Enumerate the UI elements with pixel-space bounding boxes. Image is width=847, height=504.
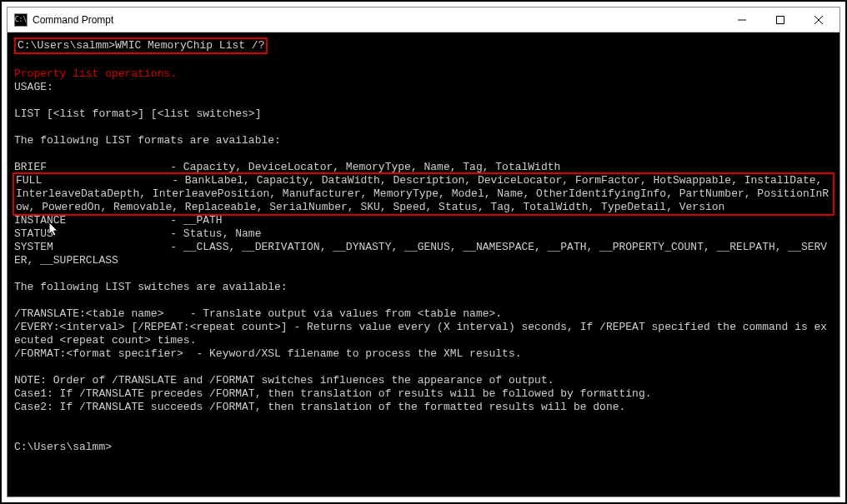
- full-format-highlight-box: FULL - BankLabel, Capacity, DataWidth, D…: [13, 172, 834, 216]
- command-text: WMIC MemoryChip List /?: [115, 39, 264, 52]
- window-controls: [723, 7, 838, 32]
- system-format: SYSTEM - __CLASS, __DERIVATION, __DYNAST…: [14, 241, 827, 267]
- prompt-path: C:\Users\salmm>: [18, 39, 115, 52]
- format-switch: /FORMAT:<format specifier> - Keyword/XSL…: [14, 347, 522, 360]
- instance-format: INSTANCE - __PATH: [14, 214, 223, 227]
- switches-header: The following LIST switches are availabl…: [14, 281, 288, 293]
- command-highlight-box: C:\Users\salmm>WMIC MemoryChip List /?: [14, 37, 268, 54]
- translate-switch: /TRANSLATE:<table name> - Translate outp…: [14, 307, 502, 320]
- svg-rect-1: [777, 16, 784, 23]
- formats-header: The following LIST formats are available…: [14, 134, 281, 147]
- maximize-button[interactable]: [761, 7, 799, 32]
- case1-text: Case1: If /TRANSLATE precedes /FORMAT, t…: [14, 387, 652, 400]
- brief-format: BRIEF - Capacity, DeviceLocator, MemoryT…: [14, 161, 560, 173]
- list-syntax: LIST [<list format>] [<list switches>]: [14, 107, 261, 120]
- status-format: STATUS - Status, Name: [14, 227, 261, 240]
- property-list-header: Property list operations.: [14, 67, 177, 80]
- cmd-icon: C:\: [14, 13, 28, 27]
- every-switch: /EVERY:<interval> [/REPEAT:<repeat count…: [14, 321, 827, 347]
- close-button[interactable]: [799, 7, 838, 32]
- titlebar[interactable]: C:\ Command Prompt: [8, 7, 839, 32]
- console-output[interactable]: C:\Users\salmm>WMIC MemoryChip List /? P…: [8, 32, 839, 497]
- prompt-ready: C:\Users\salmm>: [14, 441, 112, 453]
- full-format: FULL - BankLabel, Capacity, DataWidth, D…: [16, 174, 829, 213]
- case2-text: Case2: If /TRANSLATE succeeds /FORMAT, t…: [14, 401, 625, 413]
- window-title: Command Prompt: [33, 14, 723, 26]
- usage-label: USAGE:: [14, 81, 53, 93]
- command-prompt-window: C:\ Command Prompt C:\Users\salmm>WMIC M…: [7, 7, 840, 497]
- note-text: NOTE: Order of /TRANSLATE and /FORMAT sw…: [14, 374, 554, 387]
- minimize-button[interactable]: [723, 7, 761, 32]
